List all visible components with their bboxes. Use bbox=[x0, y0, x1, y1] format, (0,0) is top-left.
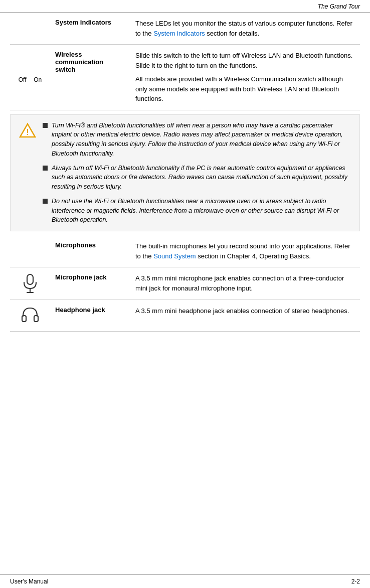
warning-content: Turn Wi-Fi® and Bluetooth functionalitie… bbox=[43, 121, 351, 225]
warning-triangle-icon: ! bbox=[19, 122, 37, 140]
microphones-row: Microphones The built-in microphones let… bbox=[10, 235, 360, 267]
wireless-row: Off On Wireless communication switch Sli… bbox=[10, 45, 360, 110]
footer-left: User's Manual bbox=[10, 578, 48, 585]
microphones-icon-spacer bbox=[10, 235, 50, 267]
warning-item-2: Always turn off Wi-Fi or Bluetooth funct… bbox=[43, 164, 351, 192]
on-label: On bbox=[34, 76, 42, 83]
header-title: The Grand Tour bbox=[318, 3, 360, 10]
bullet-1 bbox=[43, 123, 48, 128]
warning-box: ! Turn Wi-Fi® and Bluetooth functionalit… bbox=[10, 114, 360, 232]
main-content: System indicators These LEDs let you mon… bbox=[0, 13, 370, 332]
wireless-desc-1: Slide this switch to the left to turn of… bbox=[135, 51, 355, 70]
microphone-jack-row: Microphone jack A 3.5 mm mini microphone… bbox=[10, 267, 360, 300]
svg-text:!: ! bbox=[26, 128, 29, 136]
microphone-jack-label: Microphone jack bbox=[50, 267, 130, 300]
off-on-labels: Off On bbox=[19, 76, 42, 83]
headphone-jack-desc: A 3.5 mm mini headphone jack enables con… bbox=[130, 300, 360, 331]
page-header: The Grand Tour bbox=[0, 0, 370, 13]
system-icon-spacer bbox=[10, 13, 50, 44]
system-indicators-suffix: section for details. bbox=[205, 30, 259, 37]
footer-right: 2-2 bbox=[351, 578, 360, 585]
microphones-label: Microphones bbox=[50, 235, 130, 267]
headphone-jack-row: Headphone jack A 3.5 mm mini headphone j… bbox=[10, 300, 360, 332]
wireless-label: Wireless communication switch bbox=[50, 45, 130, 110]
microphone-jack-desc: A 3.5 mm mini microphone jack enables co… bbox=[130, 267, 360, 300]
warning-item-3: Do not use the Wi-Fi or Bluetooth functi… bbox=[43, 197, 351, 225]
svg-rect-2 bbox=[27, 274, 33, 284]
warning-text-3: Do not use the Wi-Fi or Bluetooth functi… bbox=[52, 197, 351, 225]
headphone-jack-icon-cell bbox=[10, 300, 50, 331]
wireless-desc-2: All models are provided with a Wireless … bbox=[135, 74, 355, 104]
bullet-3 bbox=[43, 199, 48, 204]
warning-item-1: Turn Wi-Fi® and Bluetooth functionalitie… bbox=[43, 121, 351, 159]
microphone-icon bbox=[22, 273, 38, 293]
svg-rect-6 bbox=[34, 316, 38, 322]
system-indicators-link[interactable]: System indicators bbox=[153, 30, 205, 37]
headphone-jack-label: Headphone jack bbox=[50, 300, 130, 331]
warning-text-1: Turn Wi-Fi® and Bluetooth functionalitie… bbox=[52, 121, 351, 159]
off-label: Off bbox=[19, 76, 27, 83]
warning-text-2: Always turn off Wi-Fi or Bluetooth funct… bbox=[52, 164, 351, 192]
page-footer: User's Manual 2-2 bbox=[0, 574, 370, 588]
system-indicators-row: System indicators These LEDs let you mon… bbox=[10, 13, 360, 45]
system-indicators-desc: These LEDs let you monitor the status of… bbox=[130, 13, 360, 44]
wireless-icon-cell: Off On bbox=[10, 45, 50, 110]
svg-rect-5 bbox=[22, 316, 26, 322]
system-indicators-label: System indicators bbox=[50, 13, 130, 44]
wireless-desc: Slide this switch to the left to turn of… bbox=[130, 45, 360, 110]
headphone-icon bbox=[21, 306, 39, 325]
microphones-desc: The built-in microphones let you record … bbox=[130, 235, 360, 267]
microphone-jack-icon-cell bbox=[10, 267, 50, 300]
microphones-link[interactable]: Sound System bbox=[153, 252, 196, 260]
bullet-2 bbox=[43, 166, 48, 171]
warning-icon: ! bbox=[19, 122, 37, 225]
